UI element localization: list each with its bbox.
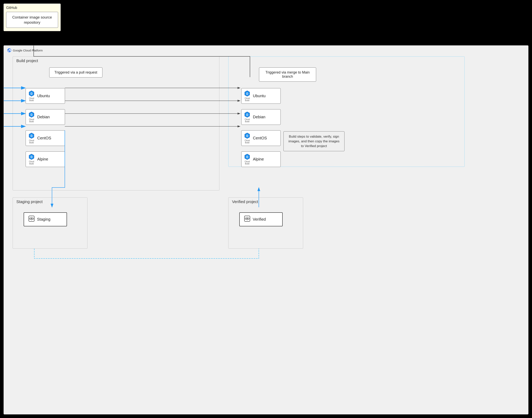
gcp-label: Google Cloud Platform <box>13 49 43 52</box>
svg-point-14 <box>247 93 248 94</box>
build-item-ubuntu-left: CloudBuild Ubuntu <box>26 88 65 104</box>
svg-point-25 <box>30 218 31 220</box>
svg-point-5 <box>31 114 32 115</box>
gcp-area: Google Cloud Platform Build project Trig… <box>4 45 528 414</box>
cloud-build-svg-r4 <box>244 154 251 160</box>
cloud-build-svg-2 <box>28 111 35 118</box>
svg-point-20 <box>247 135 248 136</box>
artifact-svg-verified <box>244 216 250 222</box>
build-project-label: Build project <box>16 58 38 63</box>
build-name-centos-left: CentOS <box>37 136 51 140</box>
build-name-ubuntu-left: Ubuntu <box>37 94 50 98</box>
cloud-build-label-r4: CloudBuild <box>245 161 250 165</box>
cloud-build-label-2: CloudBuild <box>29 118 34 123</box>
build-name-debian-left: Debian <box>37 115 50 119</box>
cloud-build-label-3: CloudBuild <box>29 139 34 144</box>
build-project: Build project Triggered via a pull reque… <box>13 56 219 190</box>
build-item-centos-right: CloudBuild CentOS <box>241 130 281 146</box>
trigger-merge-section: Triggered via merge to Mainbranch CloudB… <box>228 56 465 167</box>
build-steps-text: Build steps to validate, verify, sign im… <box>288 135 340 148</box>
cloud-build-icon-r4: CloudBuild <box>244 154 251 165</box>
build-item-ubuntu-right: CloudBuild Ubuntu <box>241 88 281 104</box>
cloud-build-icon-2: CloudBuild <box>28 111 35 123</box>
staging-project: Staging project Staging <box>13 197 88 249</box>
cloud-build-icon-r1: CloudBuild <box>244 90 251 102</box>
svg-point-29 <box>248 218 249 220</box>
build-name-centos-right: CentOS <box>253 136 267 140</box>
staging-item: Staging <box>24 212 67 226</box>
build-item-centos-left: CloudBuild CentOS <box>26 130 65 146</box>
trigger-pull-request-box: Triggered via a pull request <box>49 68 102 78</box>
verified-item: Verified <box>239 212 283 226</box>
trigger-merge-text: Triggered via merge to Mainbranch <box>266 70 310 79</box>
svg-point-2 <box>31 93 32 94</box>
cloud-build-svg-3 <box>28 132 35 139</box>
cloud-build-svg-r1 <box>244 90 251 97</box>
build-item-debian-right: CloudBuild Debian <box>241 109 281 125</box>
container-image-box: Container image sourcerepository <box>6 12 58 28</box>
github-section: GitHub Container image sourcerepository <box>4 4 61 31</box>
build-name-alpine-left: Alpine <box>37 157 48 162</box>
svg-point-11 <box>31 156 32 157</box>
artifact-registry-icon <box>28 216 35 223</box>
cloud-build-icon-3: CloudBuild <box>28 132 35 144</box>
svg-point-8 <box>31 135 32 136</box>
build-steps-box: Build steps to validate, verify, sign im… <box>283 131 344 151</box>
cloud-build-label-r2: CloudBuild <box>245 118 250 123</box>
svg-point-28 <box>245 218 247 220</box>
right-builds: CloudBuild Ubuntu CloudBuild Debian <box>241 88 281 167</box>
build-name-alpine-right: Alpine <box>253 157 264 162</box>
svg-point-26 <box>32 218 33 220</box>
staging-project-label: Staging project <box>16 199 43 204</box>
cloud-build-icon-r2: CloudBuild <box>244 111 251 123</box>
cloud-build-icon-4: CloudBuild <box>28 154 35 165</box>
verified-project-label: Verified project <box>232 199 258 204</box>
build-name-ubuntu-right: Ubuntu <box>253 94 266 98</box>
svg-point-17 <box>247 114 248 115</box>
trigger-pull-request-text: Triggered via a pull request <box>54 70 97 74</box>
verified-name: Verified <box>253 217 266 222</box>
cloud-build-label-r1: CloudBuild <box>245 97 250 102</box>
github-label: GitHub <box>6 6 58 10</box>
trigger-merge-box: Triggered via merge to Mainbranch <box>259 68 316 82</box>
gcp-logo-icon <box>7 48 12 53</box>
cloud-build-svg-r3 <box>244 132 251 139</box>
artifact-svg <box>28 216 35 222</box>
staging-name: Staging <box>37 217 50 222</box>
cloud-build-label-4: CloudBuild <box>29 161 34 165</box>
cloud-build-label: CloudBuild <box>29 97 34 102</box>
cloud-build-svg-r2 <box>244 111 251 118</box>
build-item-alpine-left: CloudBuild Alpine <box>26 151 65 167</box>
connector-staging-verified-bottom <box>34 249 259 258</box>
cloud-build-label-r3: CloudBuild <box>245 139 250 144</box>
cloud-build-svg <box>28 90 35 97</box>
cloud-build-icon-r3: CloudBuild <box>244 132 251 144</box>
cloud-build-svg-4 <box>28 154 35 160</box>
gcp-logo: Google Cloud Platform <box>7 48 43 53</box>
svg-point-23 <box>247 156 248 157</box>
build-item-alpine-right: CloudBuild Alpine <box>241 151 281 167</box>
verified-project: Verified project Verified <box>228 197 303 249</box>
cloud-build-icon: CloudBuild <box>28 90 35 102</box>
left-builds: CloudBuild Ubuntu CloudBuild Debian <box>26 88 65 167</box>
build-item-debian-left: CloudBuild Debian <box>26 109 65 125</box>
build-name-debian-right: Debian <box>253 115 265 119</box>
container-image-text: Container image sourcerepository <box>12 15 52 24</box>
artifact-registry-icon-verified <box>244 216 250 223</box>
